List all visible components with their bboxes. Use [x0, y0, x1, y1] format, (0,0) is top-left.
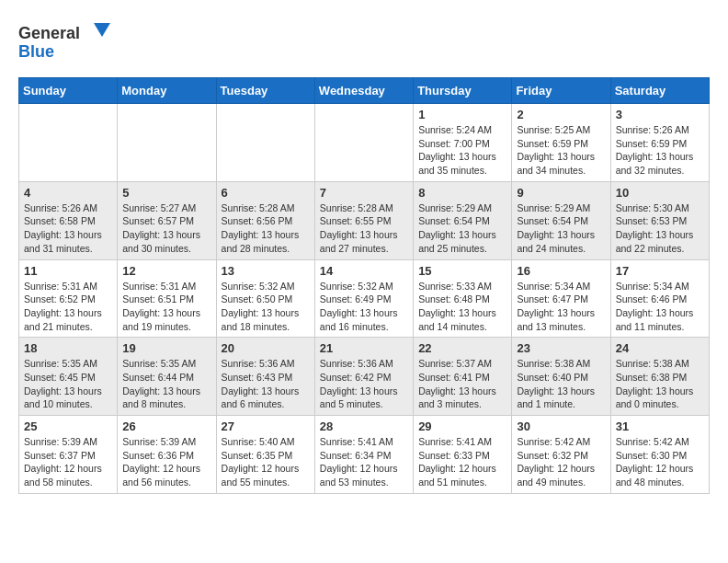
calendar-cell: 10Sunrise: 5:30 AMSunset: 6:53 PMDayligh… [610, 181, 709, 259]
calendar-cell: 17Sunrise: 5:34 AMSunset: 6:46 PMDayligh… [610, 259, 709, 338]
day-number: 14 [320, 264, 408, 278]
day-number: 16 [517, 264, 605, 278]
day-info: Sunrise: 5:31 AMSunset: 6:51 PMDaylight:… [122, 280, 210, 334]
calendar-header-thursday: Thursday [414, 78, 512, 104]
calendar-cell: 1Sunrise: 5:24 AMSunset: 7:00 PMDaylight… [414, 104, 512, 182]
calendar-cell [118, 104, 216, 182]
day-info: Sunrise: 5:29 AMSunset: 6:54 PMDaylight:… [418, 201, 506, 256]
day-number: 29 [418, 419, 506, 433]
day-info: Sunrise: 5:37 AMSunset: 6:41 PMDaylight:… [418, 357, 506, 411]
logo-general-text: General Blue [18, 18, 119, 68]
calendar-cell: 27Sunrise: 5:40 AMSunset: 6:35 PMDayligh… [216, 416, 314, 494]
day-info: Sunrise: 5:28 AMSunset: 6:55 PMDaylight:… [320, 201, 408, 256]
calendar-cell: 18Sunrise: 5:35 AMSunset: 6:45 PMDayligh… [19, 338, 118, 416]
calendar-cell: 23Sunrise: 5:38 AMSunset: 6:40 PMDayligh… [512, 338, 610, 416]
day-number: 3 [616, 108, 704, 121]
day-number: 19 [122, 341, 210, 355]
day-number: 15 [418, 264, 506, 278]
svg-text:General: General [18, 24, 80, 42]
day-number: 9 [517, 186, 605, 200]
day-info: Sunrise: 5:42 AMSunset: 6:30 PMDaylight:… [616, 435, 704, 489]
calendar-header-row: SundayMondayTuesdayWednesdayThursdayFrid… [19, 78, 710, 104]
day-number: 26 [122, 419, 210, 433]
day-info: Sunrise: 5:40 AMSunset: 6:35 PMDaylight:… [222, 435, 310, 489]
calendar-header-friday: Friday [512, 78, 610, 104]
calendar-cell: 21Sunrise: 5:36 AMSunset: 6:42 PMDayligh… [314, 338, 413, 416]
calendar-cell: 25Sunrise: 5:39 AMSunset: 6:37 PMDayligh… [19, 416, 118, 494]
day-info: Sunrise: 5:39 AMSunset: 6:36 PMDaylight:… [122, 435, 210, 489]
calendar-cell [19, 104, 118, 182]
day-number: 18 [24, 341, 112, 355]
day-number: 5 [122, 186, 210, 200]
calendar-cell: 9Sunrise: 5:29 AMSunset: 6:54 PMDaylight… [512, 181, 610, 259]
calendar-cell: 15Sunrise: 5:33 AMSunset: 6:48 PMDayligh… [414, 259, 512, 338]
day-info: Sunrise: 5:35 AMSunset: 6:44 PMDaylight:… [122, 357, 210, 411]
page-header: General Blue [18, 18, 710, 68]
day-number: 13 [222, 264, 310, 278]
day-number: 7 [320, 186, 408, 200]
logo: General Blue [18, 18, 119, 68]
day-number: 4 [24, 186, 112, 200]
calendar-header-wednesday: Wednesday [314, 78, 413, 104]
calendar-table: SundayMondayTuesdayWednesdayThursdayFrid… [18, 77, 710, 494]
calendar-cell: 24Sunrise: 5:38 AMSunset: 6:38 PMDayligh… [610, 338, 709, 416]
calendar-week-1: 1Sunrise: 5:24 AMSunset: 7:00 PMDaylight… [19, 104, 710, 182]
day-number: 10 [616, 186, 704, 200]
day-number: 21 [320, 341, 408, 355]
day-number: 17 [616, 264, 704, 278]
day-number: 27 [222, 419, 310, 433]
day-info: Sunrise: 5:38 AMSunset: 6:38 PMDaylight:… [616, 357, 704, 411]
calendar-week-5: 25Sunrise: 5:39 AMSunset: 6:37 PMDayligh… [19, 416, 710, 494]
day-number: 8 [418, 186, 506, 200]
day-info: Sunrise: 5:33 AMSunset: 6:48 PMDaylight:… [418, 280, 506, 334]
day-info: Sunrise: 5:38 AMSunset: 6:40 PMDaylight:… [517, 357, 605, 411]
calendar-cell: 22Sunrise: 5:37 AMSunset: 6:41 PMDayligh… [414, 338, 512, 416]
calendar-cell: 26Sunrise: 5:39 AMSunset: 6:36 PMDayligh… [118, 416, 216, 494]
day-number: 28 [320, 419, 408, 433]
day-info: Sunrise: 5:32 AMSunset: 6:49 PMDaylight:… [320, 280, 408, 334]
day-info: Sunrise: 5:36 AMSunset: 6:42 PMDaylight:… [320, 357, 408, 411]
calendar-cell: 20Sunrise: 5:36 AMSunset: 6:43 PMDayligh… [216, 338, 314, 416]
day-info: Sunrise: 5:41 AMSunset: 6:33 PMDaylight:… [418, 435, 506, 489]
day-number: 30 [517, 419, 605, 433]
calendar-cell [216, 104, 314, 182]
calendar-cell: 2Sunrise: 5:25 AMSunset: 6:59 PMDaylight… [512, 104, 610, 182]
calendar-cell: 30Sunrise: 5:42 AMSunset: 6:32 PMDayligh… [512, 416, 610, 494]
day-info: Sunrise: 5:24 AMSunset: 7:00 PMDaylight:… [418, 123, 506, 178]
day-number: 12 [122, 264, 210, 278]
day-info: Sunrise: 5:34 AMSunset: 6:47 PMDaylight:… [517, 280, 605, 334]
calendar-header-tuesday: Tuesday [216, 78, 314, 104]
day-info: Sunrise: 5:31 AMSunset: 6:52 PMDaylight:… [24, 280, 112, 334]
calendar-cell [314, 104, 413, 182]
calendar-cell: 12Sunrise: 5:31 AMSunset: 6:51 PMDayligh… [118, 259, 216, 338]
day-number: 31 [616, 419, 704, 433]
day-info: Sunrise: 5:39 AMSunset: 6:37 PMDaylight:… [24, 435, 112, 489]
day-info: Sunrise: 5:26 AMSunset: 6:58 PMDaylight:… [24, 201, 112, 256]
day-info: Sunrise: 5:34 AMSunset: 6:46 PMDaylight:… [616, 280, 704, 334]
calendar-body: 1Sunrise: 5:24 AMSunset: 7:00 PMDaylight… [19, 104, 710, 494]
day-number: 23 [517, 341, 605, 355]
calendar-cell: 7Sunrise: 5:28 AMSunset: 6:55 PMDaylight… [314, 181, 413, 259]
calendar-cell: 31Sunrise: 5:42 AMSunset: 6:30 PMDayligh… [610, 416, 709, 494]
calendar-header-monday: Monday [118, 78, 216, 104]
calendar-cell: 19Sunrise: 5:35 AMSunset: 6:44 PMDayligh… [118, 338, 216, 416]
day-number: 2 [517, 108, 605, 121]
calendar-cell: 5Sunrise: 5:27 AMSunset: 6:57 PMDaylight… [118, 181, 216, 259]
calendar-cell: 16Sunrise: 5:34 AMSunset: 6:47 PMDayligh… [512, 259, 610, 338]
calendar-cell: 3Sunrise: 5:26 AMSunset: 6:59 PMDaylight… [610, 104, 709, 182]
day-info: Sunrise: 5:25 AMSunset: 6:59 PMDaylight:… [517, 123, 605, 178]
day-number: 6 [222, 186, 310, 200]
day-info: Sunrise: 5:28 AMSunset: 6:56 PMDaylight:… [222, 201, 310, 256]
calendar-cell: 29Sunrise: 5:41 AMSunset: 6:33 PMDayligh… [414, 416, 512, 494]
calendar-header-saturday: Saturday [610, 78, 709, 104]
day-info: Sunrise: 5:36 AMSunset: 6:43 PMDaylight:… [222, 357, 310, 411]
day-number: 24 [616, 341, 704, 355]
calendar-week-3: 11Sunrise: 5:31 AMSunset: 6:52 PMDayligh… [19, 259, 710, 338]
calendar-header-sunday: Sunday [19, 78, 118, 104]
calendar-week-2: 4Sunrise: 5:26 AMSunset: 6:58 PMDaylight… [19, 181, 710, 259]
day-number: 25 [24, 419, 112, 433]
day-info: Sunrise: 5:26 AMSunset: 6:59 PMDaylight:… [616, 123, 704, 178]
svg-text:Blue: Blue [18, 42, 54, 61]
day-number: 11 [24, 264, 112, 278]
day-info: Sunrise: 5:41 AMSunset: 6:34 PMDaylight:… [320, 435, 408, 489]
